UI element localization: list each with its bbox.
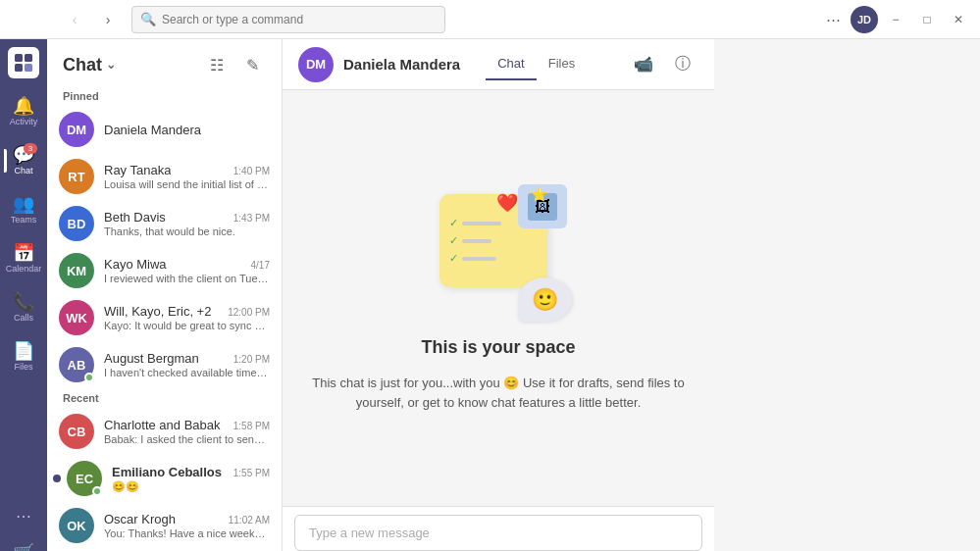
avatar: WK (59, 300, 94, 335)
avatar: OK (59, 508, 94, 543)
chat-item-time: 1:58 PM (233, 421, 270, 431)
chat-item-name: Will, Kayo, Eric, +2 (104, 304, 211, 319)
sidebar-item-chat[interactable]: 💬 Chat 3 (4, 137, 43, 184)
sidebar-item-label: Chat (14, 166, 32, 175)
sidebar-item-label: Activity (10, 117, 38, 126)
sidebar-item-teams[interactable]: 👥 Teams (4, 186, 43, 233)
chat-item-will[interactable]: WK Will, Kayo, Eric, +2 12:00 PM Kayo: I… (47, 294, 282, 341)
filter-button[interactable]: ☷ (203, 51, 231, 78)
chat-item-preview: 😊😊 (112, 480, 270, 493)
calendar-icon: 📅 (13, 244, 34, 262)
chat-item-preview: Louisa will send the initial list of att… (104, 178, 270, 190)
chat-item-preview: I haven't checked available times yet (104, 367, 270, 378)
chat-item-name: Beth Davis (104, 210, 166, 225)
tab-files[interactable]: Files (537, 48, 587, 80)
chat-title-text: Chat (63, 55, 102, 75)
chat-input-box[interactable]: Type a new message (294, 515, 702, 551)
sidebar-item-calendar[interactable]: 📅 Calendar (4, 235, 43, 282)
chat-item-kayo[interactable]: KM Kayo Miwa 4/17 I reviewed with the cl… (47, 247, 282, 294)
info-icon[interactable]: ⓘ (667, 49, 698, 80)
more-options-button[interactable]: ⋯ (819, 6, 847, 33)
chat-list-title[interactable]: Chat ⌄ (63, 55, 116, 75)
chat-list-panel: Chat ⌄ ☷ ✎ Pinned DM Daniela Mandera RT … (47, 39, 283, 551)
avatar: AB (59, 347, 94, 382)
pinned-section-label: Pinned (47, 86, 282, 106)
sidebar-more-button[interactable]: ⋯ (4, 500, 43, 531)
chat-item-time: 11:02 AM (229, 515, 270, 526)
close-button[interactable]: ✕ (945, 6, 972, 33)
teams-icon: 👥 (13, 195, 34, 213)
chat-item-name: Ray Tanaka (104, 163, 171, 177)
chat-item-oscar[interactable]: OK Oscar Krogh 11:02 AM You: Thanks! Hav… (47, 502, 282, 549)
avatar: RT (59, 159, 94, 194)
chat-item-time: 4/17 (251, 260, 270, 271)
avatar: EC (67, 461, 102, 496)
contact-name: Daniela Mandera (343, 56, 460, 73)
user-avatar[interactable]: JD (851, 6, 878, 33)
recent-section-label: Recent (47, 388, 282, 408)
search-input[interactable] (162, 13, 437, 26)
chat-item-august[interactable]: AB August Bergman 1:20 PM I haven't chec… (47, 341, 282, 388)
chat-item-daniela[interactable]: DM Daniela Mandera (47, 106, 282, 153)
chat-item-charlotte[interactable]: CB Charlotte and Babak 1:58 PM Babak: I … (47, 408, 282, 455)
chat-item-name: Emiliano Ceballos (112, 465, 222, 479)
chat-body: ✓ ✓ ✓ 🖼 ❤️ ⭐ 🙂 This is your space This c… (283, 90, 714, 506)
nav-forward-button[interactable]: › (94, 6, 122, 33)
chat-item-time: 1:55 PM (233, 468, 270, 478)
unread-dot (53, 475, 61, 482)
chat-item-emiliano[interactable]: EC Emiliano Ceballos 1:55 PM 😊😊 (47, 455, 282, 502)
chevron-down-icon: ⌄ (106, 58, 116, 72)
chat-item-content: Daniela Mandera (104, 123, 270, 137)
chat-header: DM Daniela Mandera Chat Files 📹 ⓘ (283, 39, 714, 90)
svg-rect-2 (15, 64, 23, 72)
chat-item-preview: Thanks, that would be nice. (104, 225, 270, 237)
nav-back-button[interactable]: ‹ (61, 6, 88, 33)
store-icon: 🛒 (13, 542, 34, 551)
maximize-button[interactable]: □ (913, 6, 941, 33)
svg-rect-0 (15, 54, 23, 62)
illus-bubble: 🙂 (518, 277, 572, 322)
chat-list-header: Chat ⌄ ☷ ✎ (47, 39, 282, 86)
chat-item-time: 1:43 PM (233, 213, 270, 224)
chat-item-preview: I reviewed with the client on Tuesda... (104, 273, 270, 284)
chat-item-beth[interactable]: BD Beth Davis 1:43 PM Thanks, that would… (47, 200, 282, 247)
sidebar-item-activity[interactable]: 🔔 Activity (4, 88, 43, 135)
chat-item-name: Kayo Miwa (104, 257, 167, 272)
tab-chat[interactable]: Chat (486, 48, 536, 80)
sidebar: 🔔 Activity 💬 Chat 3 👥 Teams 📅 Calendar 📞… (0, 39, 47, 551)
chat-item-time: 1:20 PM (233, 354, 270, 365)
search-bar[interactable]: 🔍 (131, 6, 445, 33)
chat-input-area: Type a new message Ａ 📎 😊 GIF 🏷 📹 📅 ⋯ ➤ (283, 506, 714, 551)
chat-item-ray[interactable]: RT Ray Tanaka 1:40 PM Louisa will send t… (47, 153, 282, 200)
svg-rect-1 (25, 54, 32, 62)
illus-star: ⭐ (531, 186, 547, 202)
avatar: DM (59, 112, 94, 147)
avatar-status-online (92, 486, 102, 496)
new-chat-button[interactable]: ✎ (238, 51, 266, 78)
sidebar-item-store[interactable]: 🛒 Store (4, 535, 43, 551)
files-icon: 📄 (13, 342, 34, 360)
sidebar-item-calls[interactable]: 📞 Calls (4, 284, 43, 331)
main-chat-area: DM Daniela Mandera Chat Files 📹 ⓘ ✓ ✓ ✓ … (283, 39, 714, 551)
contact-avatar: DM (298, 47, 334, 82)
calls-icon: 📞 (13, 293, 34, 311)
illus-heart: ❤️ (496, 192, 518, 214)
avatar: KM (59, 253, 94, 288)
chat-item-name: Charlotte and Babak (104, 418, 221, 432)
chat-list-actions: ☷ ✎ (203, 51, 266, 78)
empty-state-description: This chat is just for you...with you 😊 U… (302, 374, 695, 412)
sidebar-item-label: Calls (14, 313, 33, 323)
chat-item-preview: You: Thanks! Have a nice weekend (104, 527, 270, 539)
sidebar-item-label: Files (14, 362, 32, 372)
avatar: CB (59, 414, 94, 449)
empty-state-illustration: ✓ ✓ ✓ 🖼 ❤️ ⭐ 🙂 (420, 184, 577, 322)
chat-item-time: 1:40 PM (233, 166, 270, 176)
chat-item-name: August Bergman (104, 351, 199, 366)
avatar-status-online (84, 373, 94, 382)
avatar: BD (59, 206, 94, 241)
chat-item-time: 12:00 PM (228, 307, 270, 318)
chat-badge: 3 (24, 143, 37, 154)
sidebar-item-files[interactable]: 📄 Files (4, 333, 43, 380)
video-call-icon[interactable]: 📹 (628, 49, 659, 80)
minimize-button[interactable]: − (882, 6, 909, 33)
